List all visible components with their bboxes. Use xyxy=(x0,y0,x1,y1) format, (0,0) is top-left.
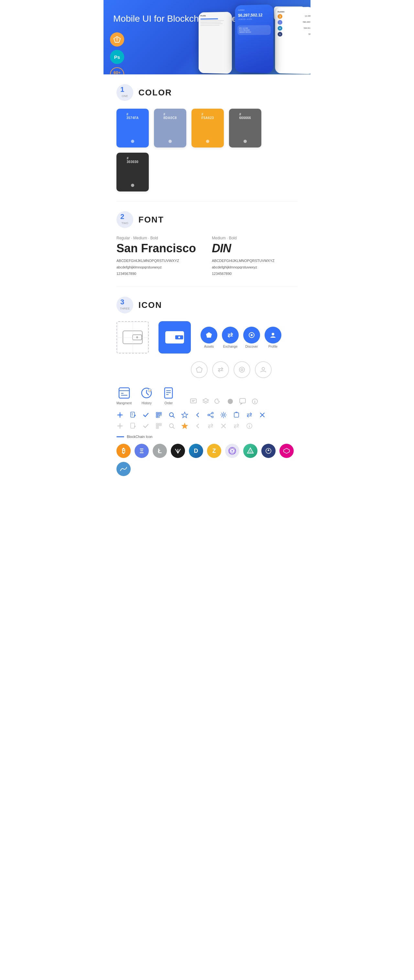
font-section-number: 2 TWO xyxy=(116,211,133,228)
svg-rect-63 xyxy=(131,423,135,428)
assets-outline-box xyxy=(191,361,208,378)
svg-rect-69 xyxy=(157,427,158,428)
svg-point-7 xyxy=(178,336,180,338)
bitcoin-icon: ₿ xyxy=(116,444,131,458)
edit-doc-gray-icon xyxy=(129,422,137,430)
svg-point-57 xyxy=(223,414,225,416)
svg-rect-17 xyxy=(119,390,129,391)
transfer-gray-icon xyxy=(233,422,240,430)
chevron-left-icon xyxy=(194,411,201,418)
svg-line-71 xyxy=(173,427,175,429)
profile-icon-box xyxy=(264,327,282,344)
svg-marker-8 xyxy=(206,332,212,338)
icon-section-title: ICON xyxy=(139,300,162,310)
phone-2: myWallet $6,297,502.12 +8,302.53 • +0.12… xyxy=(235,5,273,73)
icon-profile-outline xyxy=(255,361,272,378)
info-icon xyxy=(251,398,258,405)
color-swatch-blue: #3574FA xyxy=(116,109,149,148)
color-swatch-slate: #8DA0C8 xyxy=(154,109,186,148)
sketch-badge xyxy=(110,32,124,46)
dash-icon: D xyxy=(189,444,203,458)
svg-rect-18 xyxy=(121,393,124,394)
svg-point-76 xyxy=(249,424,250,425)
svg-rect-65 xyxy=(157,424,158,425)
stratis-icon xyxy=(243,444,258,458)
check-gray-icon xyxy=(142,422,150,430)
share-icon xyxy=(207,411,214,418)
icon-profile: Profile xyxy=(264,327,282,348)
font-section-title: FONT xyxy=(139,215,164,225)
svg-point-10 xyxy=(251,334,253,336)
svg-marker-84 xyxy=(268,449,269,451)
font-section-header: 2 TWO FONT xyxy=(116,211,298,228)
icon-section-header: 3 THREE ICON xyxy=(116,297,298,313)
svg-line-56 xyxy=(210,414,212,415)
svg-rect-58 xyxy=(234,413,239,417)
icon-history: ★ History xyxy=(139,386,154,405)
zcash-icon: Z xyxy=(207,444,221,458)
phone-3: Portfolio ₿ 12-298 Ξ 788-2003 W 564.912 xyxy=(275,7,310,75)
svg-line-55 xyxy=(210,415,212,417)
profile-outline-box xyxy=(255,361,272,378)
icon-management: Mangment xyxy=(116,386,132,405)
svg-marker-12 xyxy=(196,367,202,372)
svg-point-11 xyxy=(272,333,274,336)
assets-icon xyxy=(205,331,212,339)
icon-exchange: Exchange xyxy=(222,327,239,348)
svg-text:★: ★ xyxy=(149,390,151,392)
color-section-header: 1 ONE COLOR xyxy=(116,84,298,101)
svg-rect-67 xyxy=(160,424,161,425)
font-din: Medium · Bold DIN ABCDEFGHIJKLMNOPQRSTUV… xyxy=(212,236,298,277)
svg-marker-51 xyxy=(182,412,188,418)
icon-section: 3 THREE ICON xyxy=(104,287,310,486)
waves-icon xyxy=(116,462,131,476)
misc-icons-1 xyxy=(190,398,258,405)
close-icon xyxy=(259,411,266,418)
discover-outline-box xyxy=(234,361,250,378)
blockchain-line xyxy=(116,436,124,437)
nav-icons-outline xyxy=(191,361,298,378)
font-san-francisco: Regular · Medium · Bold San Francisco AB… xyxy=(116,236,202,277)
hero-section: Mobile UI for Blockchain Wallet UI Kit P… xyxy=(104,0,310,75)
font-grid: Regular · Medium · Bold San Francisco AB… xyxy=(116,236,298,277)
close-gray-icon xyxy=(220,422,227,430)
search-icon xyxy=(168,411,175,418)
qr-gray-icon xyxy=(155,422,162,430)
svg-rect-37 xyxy=(131,412,135,417)
svg-point-52 xyxy=(212,412,213,414)
iota-icon xyxy=(225,444,239,458)
color-section-title: COLOR xyxy=(139,88,172,98)
order-icon xyxy=(161,386,176,400)
svg-point-54 xyxy=(212,416,213,418)
svg-point-15 xyxy=(262,368,264,370)
assets-icon-box xyxy=(201,327,217,344)
transfer-icon xyxy=(246,411,253,418)
svg-rect-31 xyxy=(240,398,245,403)
blockchain-icons: ₿ Ξ Ł D Z xyxy=(116,444,298,476)
svg-point-33 xyxy=(255,400,255,401)
ethereum-icon: Ξ xyxy=(135,444,149,458)
layers-icon xyxy=(202,398,209,405)
icon-discover: Discover xyxy=(243,327,260,348)
history-icon: ★ xyxy=(139,386,154,400)
nav-icons-filled: Assets Exchange Discover xyxy=(201,327,282,348)
svg-rect-45 xyxy=(157,416,158,417)
circle-icon xyxy=(227,398,234,405)
icon-order: Order xyxy=(161,386,176,405)
font-section: 2 TWO FONT Regular · Medium · Bold San F… xyxy=(104,202,310,286)
discover-icon-box xyxy=(243,327,260,344)
moon-icon xyxy=(215,398,221,405)
exchange-icon xyxy=(227,331,234,339)
hero-badges-left: Ps 60+ Screens xyxy=(110,32,124,75)
edit-doc-icon xyxy=(129,411,137,418)
exchange-icon-box xyxy=(222,327,239,344)
management-icon xyxy=(117,386,131,400)
phone-mockups: Profile myWallet $6,297,502.12 +8,302.53… xyxy=(199,3,310,74)
verge-icon xyxy=(171,444,185,458)
svg-rect-46 xyxy=(159,415,160,416)
plus-icon xyxy=(116,411,124,418)
export-icon xyxy=(233,411,240,418)
chevron-left-gray-icon xyxy=(194,422,201,430)
icon-construction-row: Assets Exchange Discover xyxy=(116,321,298,353)
svg-point-80 xyxy=(232,450,233,452)
